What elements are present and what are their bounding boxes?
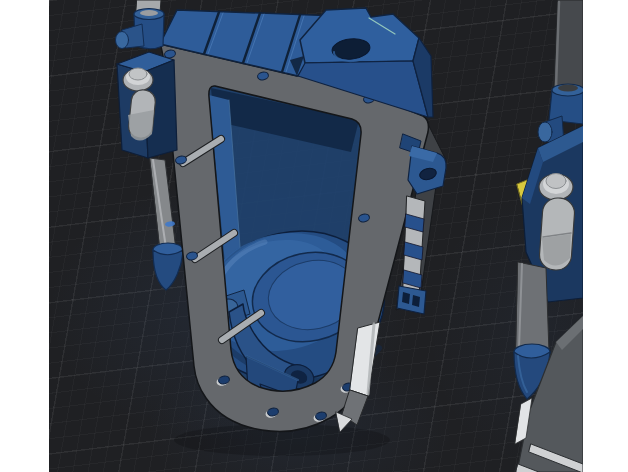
rod-through — [558, 85, 578, 92]
rail-end-block — [397, 286, 426, 314]
3d-viewport[interactable] — [49, 0, 583, 472]
rod-through — [140, 10, 158, 16]
clamp-assembly-model[interactable] — [514, 0, 583, 472]
end-block-hole — [412, 295, 420, 307]
page: { "app": { "name": "3d-cad-viewport", "d… — [0, 0, 628, 472]
right-margin — [583, 0, 628, 472]
rod-clamp-assembly — [116, 0, 178, 158]
bolt-top — [129, 68, 147, 80]
enclosure-model[interactable] — [116, 0, 447, 432]
bolt-top — [546, 174, 566, 189]
end-block-hole — [402, 292, 410, 304]
collar-nub — [116, 32, 129, 49]
lever-lower — [542, 234, 571, 266]
foot-cap — [153, 250, 183, 290]
collar-nub — [538, 122, 552, 142]
scene-svg — [49, 0, 583, 472]
left-margin — [0, 0, 49, 472]
